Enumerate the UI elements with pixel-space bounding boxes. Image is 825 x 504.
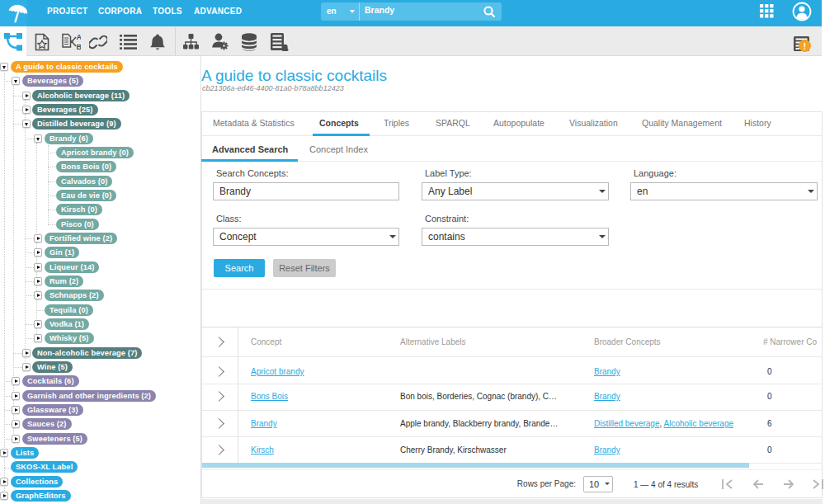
svg-text:B: B xyxy=(77,43,82,51)
svg-text:A: A xyxy=(77,33,82,41)
